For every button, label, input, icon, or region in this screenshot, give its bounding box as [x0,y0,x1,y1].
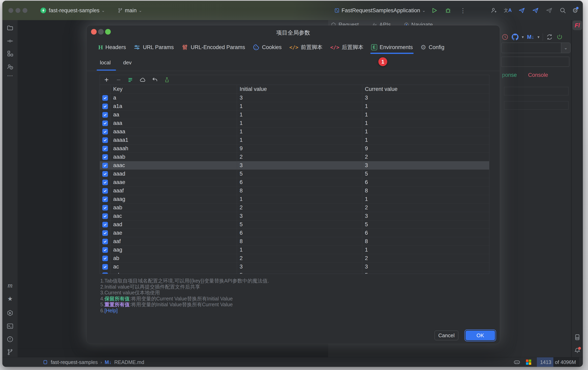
row-initial-value[interactable]: 1 [237,102,362,110]
env-tab-dev[interactable]: dev [123,60,132,70]
search-everywhere-button[interactable] [559,1,566,20]
table-row[interactable]: aad 5 5 [100,220,489,229]
row-initial-value[interactable]: 3 [237,263,362,271]
add-row-button[interactable]: + [103,76,110,83]
tab-url-encoded-params[interactable]: URL-Encoded Params [181,41,245,53]
settings-button[interactable]: ⚙ [572,1,578,20]
row-current-value[interactable]: 3 [362,212,489,220]
commit-tool-button[interactable] [7,38,13,44]
row-key[interactable]: a1a [110,102,237,110]
services-tool-button[interactable] [7,310,13,317]
row-initial-value[interactable]: 3 [237,212,362,220]
row-key[interactable]: aag [110,246,237,254]
table-row[interactable]: aaag 1 1 [100,195,489,203]
table-row[interactable]: aaf 8 8 [100,237,489,246]
ok-button[interactable]: OK [466,330,495,340]
row-checkbox[interactable] [102,222,108,227]
row-key[interactable]: ab [110,254,237,262]
more-actions-button[interactable]: ⋮ [460,1,466,20]
row-checkbox[interactable] [102,272,108,274]
row-initial-value[interactable]: 1 [237,195,362,203]
row-initial-value[interactable]: 8 [237,237,362,246]
table-row[interactable]: aaaf 8 8 [100,186,489,195]
git-tool-button[interactable] [7,349,13,356]
project-widget[interactable]: fast-request-samples ⌄ [40,1,105,20]
row-initial-value[interactable]: 2 [237,203,362,212]
tab-url-params[interactable]: URL Params [134,41,174,53]
row-checkbox[interactable] [102,137,108,143]
markdown-badge[interactable]: M↓ [527,34,534,40]
table-row[interactable]: a1a 1 1 [100,102,489,110]
row-current-value[interactable]: 1 [362,110,489,119]
row-initial-value[interactable]: 5 [237,220,362,229]
row-checkbox[interactable] [102,104,108,109]
row-checkbox[interactable] [102,205,108,210]
project-tool-button[interactable] [7,25,13,31]
notifications-bell-button[interactable] [574,347,581,354]
bookmarks-tool-button[interactable]: ★ [2,295,18,302]
url-dropdown[interactable]: ⌄ [501,43,570,53]
row-initial-value[interactable]: 9 [237,144,362,153]
table-row[interactable]: aaaah 9 9 [100,144,489,153]
table-row[interactable]: aaaa1 1 1 [100,136,489,144]
remove-row-button[interactable]: − [115,76,122,83]
row-current-value[interactable]: 1 [362,128,489,136]
copilot-icon[interactable] [514,359,520,366]
undo-button[interactable] [151,76,158,83]
row-current-value[interactable]: 1 [362,195,489,203]
row-checkbox[interactable] [102,171,108,177]
github-icon[interactable] [512,34,518,40]
tab-environments[interactable]: E Environments [371,41,413,53]
sort-lines-icon[interactable] [127,76,134,83]
row-checkbox[interactable] [102,95,108,101]
row-current-value[interactable]: 8 [362,187,489,195]
table-row[interactable]: ad 5 5 [100,271,489,274]
row-current-value[interactable]: 2 [362,153,489,161]
row-current-value[interactable]: 5 [362,220,489,229]
history-clock-icon[interactable] [502,34,508,40]
breadcrumb-file[interactable]: README.md [114,359,144,365]
row-current-value[interactable]: 6 [362,178,489,186]
memory-indicator[interactable]: 1413 of 4096M [537,357,579,367]
table-row[interactable]: a 3 3 [100,93,489,102]
row-current-value[interactable]: 3 [362,161,489,170]
code-with-me-button[interactable] [491,1,497,20]
row-key[interactable]: aad [110,220,237,229]
request-input-field[interactable] [501,57,569,67]
run-button[interactable] [431,1,438,20]
table-row[interactable]: ab 2 2 [100,254,489,262]
row-key[interactable]: aaa [110,119,237,127]
row-initial-value[interactable]: 5 [237,170,362,178]
table-row[interactable]: aaad 5 5 [100,170,489,178]
maven-tool-button[interactable]: m [2,281,18,289]
row-current-value[interactable]: 2 [362,203,489,212]
row-current-value[interactable]: 8 [362,237,489,246]
row-key[interactable]: aaag [110,195,237,203]
window-zoom-button[interactable] [22,8,27,13]
window-minimize-button[interactable] [15,8,20,13]
row-initial-value[interactable]: 1 [237,119,362,127]
table-row[interactable]: aag 1 1 [100,246,489,254]
breadcrumb-project[interactable]: fast-request-samples [51,359,98,365]
table-row[interactable]: aaac 3 3 [100,161,489,170]
row-key[interactable]: aaac [110,161,237,170]
row-initial-value[interactable]: 2 [237,153,362,161]
run-config-widget[interactable]: FastRequestSamplesApplication ⌄ [334,1,426,20]
fast-request-stripe-button[interactable]: F/ [573,20,582,30]
tab-pre-script[interactable]: </> 前置脚本 [289,41,323,53]
row-initial-value[interactable]: 6 [237,229,362,237]
row-initial-value[interactable]: 3 [237,161,362,170]
row-key[interactable]: aaaa1 [110,136,237,144]
table-row[interactable]: aaae 6 6 [100,178,489,186]
row-current-value[interactable]: 5 [362,271,489,274]
translate-button[interactable]: 文A [504,1,512,20]
row-checkbox[interactable] [102,264,108,270]
row-key[interactable]: aa [110,110,237,119]
tab-headers[interactable]: H Headers [98,41,126,53]
row-current-value[interactable]: 3 [362,94,489,102]
row-checkbox[interactable] [102,129,108,135]
tab-response-partial[interactable]: ponse [502,72,517,81]
row-checkbox[interactable] [102,180,108,185]
tab-post-script[interactable]: </> 后置脚本 [330,41,364,53]
row-key[interactable]: a [110,94,237,102]
